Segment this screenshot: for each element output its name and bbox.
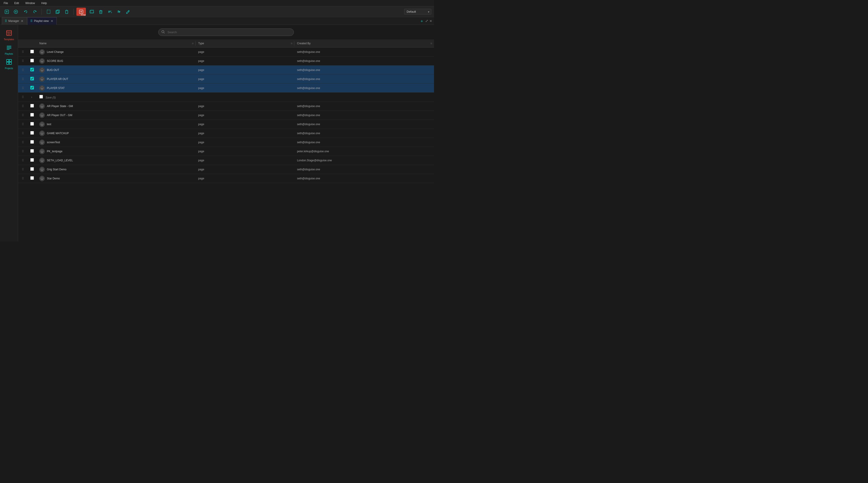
row-icon: U (39, 176, 45, 181)
svg-rect-37 (6, 59, 9, 62)
svg-text:U: U (41, 142, 43, 144)
clipboard-button[interactable] (63, 8, 71, 16)
redo-button[interactable] (31, 8, 39, 16)
drag-handle-icon[interactable]: ⠿ (21, 104, 25, 108)
row-icon: U (39, 140, 45, 145)
row-name: Star Demo (47, 177, 60, 180)
created-col-menu[interactable]: ≡ (430, 41, 432, 45)
row-created-cell: seth@disguise.one (294, 129, 434, 138)
svg-text:U: U (41, 69, 43, 71)
drag-handle-icon[interactable]: ⠿ (21, 68, 25, 72)
drag-handle-icon[interactable]: ⠿ (21, 114, 25, 117)
svg-text:U: U (41, 160, 43, 162)
name-col-menu[interactable]: ≡ (192, 41, 194, 45)
drag-handle-icon[interactable]: ⠿ (21, 86, 25, 90)
tab-add-icon[interactable]: ＋ (420, 18, 424, 24)
drag-handle-icon[interactable]: ⠿ (21, 131, 25, 135)
row-name: AR Player State - GM (47, 105, 73, 108)
duplicate-button[interactable] (54, 8, 62, 16)
drag-handle-icon[interactable]: ⠿ (21, 150, 25, 153)
row-created-cell: peter.kirkup@disguise.one (294, 147, 434, 156)
tab-close-all-icon[interactable]: ✕ (430, 19, 432, 23)
drag-handle-icon[interactable]: ⠿ (21, 95, 25, 99)
row-name-cell: U screenTest (37, 138, 195, 147)
row-created-cell: seth@disguise.one (294, 66, 434, 74)
svg-rect-40 (9, 62, 11, 64)
tab-playlist-view[interactable]: ⠿ Playlist view ✕ (27, 17, 57, 25)
row-check-cell (28, 74, 37, 84)
row-created-cell: seth@disguise.one (294, 165, 434, 174)
tab-manager-close[interactable]: ✕ (20, 19, 24, 23)
svg-text:U: U (41, 133, 43, 135)
row-checkbox[interactable] (39, 95, 43, 98)
row-drag: ⠿ (18, 57, 28, 66)
drag-handle-icon[interactable]: ⠿ (21, 123, 25, 126)
sidebar-item-templates[interactable]: Templates (1, 29, 17, 42)
row-name-cell: U test (37, 120, 195, 129)
drag-handle-icon[interactable]: ⠿ (21, 50, 25, 54)
group-button[interactable]: Group (76, 8, 86, 16)
row-checkbox[interactable] (30, 131, 34, 135)
row-type-cell: page (195, 165, 294, 174)
playlists-label: Playlists (5, 53, 13, 55)
row-checkbox[interactable] (30, 149, 34, 153)
drag-handle-icon[interactable]: ⠿ (21, 140, 25, 144)
drag-handle-icon[interactable]: ⠿ (21, 159, 25, 162)
menu-bar: File Edit Window Help (0, 0, 434, 6)
row-checkbox[interactable] (30, 68, 34, 71)
sidebar-item-projects[interactable]: Projects (1, 57, 17, 71)
row-checkbox[interactable] (30, 50, 34, 53)
row-name: AR Player OUT - GM (47, 114, 72, 117)
row-type-cell: page (195, 129, 294, 138)
group-label: Group (81, 14, 86, 15)
row-checkbox[interactable] (30, 158, 34, 162)
drag-handle-icon[interactable]: ⠿ (21, 168, 25, 171)
row-checkbox[interactable] (30, 113, 34, 117)
row-checkbox[interactable] (30, 176, 34, 180)
drag-handle-icon[interactable]: ⠿ (21, 77, 25, 81)
menu-file[interactable]: File (2, 1, 9, 5)
search-input[interactable] (158, 29, 294, 36)
new-tab-button[interactable] (3, 8, 11, 16)
pencil-button[interactable] (124, 8, 132, 16)
row-icon: U (39, 112, 45, 118)
menu-edit[interactable]: Edit (13, 1, 20, 5)
svg-text:U: U (41, 60, 43, 62)
row-type-cell: page (195, 84, 294, 93)
sort-button[interactable] (106, 8, 114, 16)
tab-expand-icon[interactable]: ⤢ (425, 19, 428, 23)
row-checkbox[interactable] (30, 104, 34, 107)
row-checkbox[interactable] (30, 86, 34, 90)
sidebar-item-playlists[interactable]: Playlists (1, 43, 17, 57)
row-checkbox[interactable] (30, 59, 34, 62)
row-checkbox[interactable] (30, 122, 34, 126)
new-page-button[interactable] (44, 8, 53, 16)
menu-window[interactable]: Window (24, 1, 36, 5)
default-dropdown-wrapper[interactable]: Default (404, 9, 431, 14)
row-drag: ⠿ (18, 84, 28, 93)
delete-button[interactable] (97, 8, 105, 16)
type-col-menu[interactable]: ≡ (291, 41, 292, 45)
tab-playlist-close[interactable]: ✕ (50, 19, 54, 23)
copy-all-button[interactable] (88, 8, 96, 16)
svg-text:U: U (41, 169, 43, 171)
row-created-cell: seth@disguise.one (294, 102, 434, 111)
add-button[interactable] (12, 8, 20, 16)
swap-button[interactable] (115, 8, 123, 16)
svg-rect-14 (90, 10, 94, 13)
toolbar-sep-1 (41, 8, 42, 15)
drag-handle-icon[interactable]: ⠿ (21, 177, 25, 180)
svg-text:U: U (41, 105, 43, 107)
menu-help[interactable]: Help (40, 1, 49, 5)
expand-icon[interactable]: › (30, 95, 33, 99)
row-checkbox[interactable] (30, 167, 34, 171)
tab-manager[interactable]: ⠿ Manager ✕ (2, 17, 27, 25)
default-dropdown[interactable]: Default (404, 9, 431, 14)
svg-rect-38 (9, 59, 11, 62)
undo-button[interactable] (22, 8, 30, 16)
row-type-cell: page (195, 147, 294, 156)
row-checkbox[interactable] (30, 77, 34, 80)
drag-handle-icon[interactable]: ⠿ (21, 59, 25, 63)
row-checkbox[interactable] (30, 140, 34, 144)
row-drag: ⠿ (18, 111, 28, 120)
